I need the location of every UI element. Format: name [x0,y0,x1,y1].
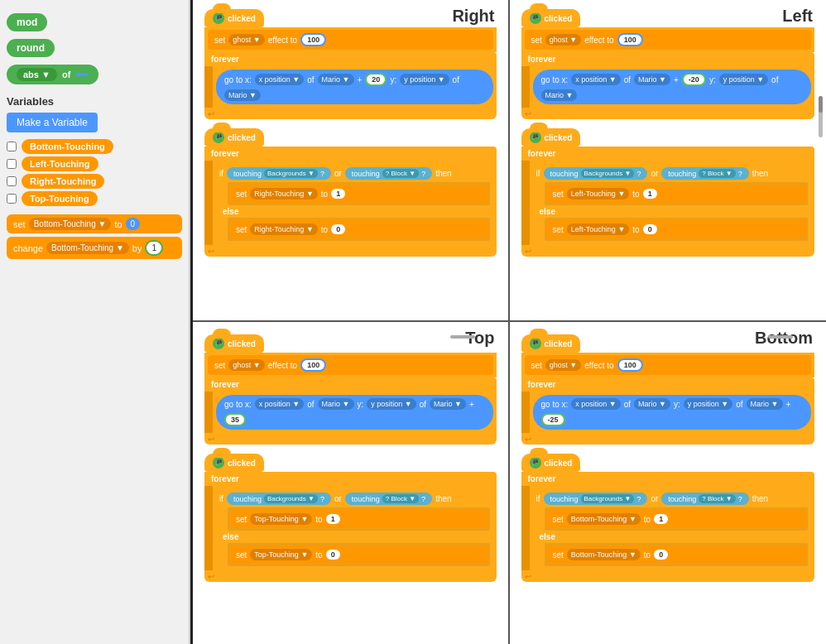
bottom-set-ghost-stmt[interactable]: set ghost ▼ effect to 100 [525,355,812,375]
left-x-pos-dd[interactable]: x position ▼ [571,74,620,85]
var-top-touching-checkbox[interactable] [7,194,17,204]
top-when-clicked-1[interactable]: 🏴 clicked [204,334,264,353]
block-dd-l[interactable]: ? Block ▼ [699,169,735,178]
left-mario-dd-1[interactable]: Mario ▼ [634,74,670,85]
right-set-rt-1[interactable]: set Right-Touching ▼ to 1 [229,185,488,203]
bottom-forever-header-1[interactable]: forever [521,377,815,392]
bt-dd-0[interactable]: Bottom-Touching ▼ [567,549,641,560]
top-ghost-dd[interactable]: ghost ▼ [228,359,264,371]
rt-dd-0[interactable]: Right-Touching ▼ [250,223,317,235]
top-set-tt-1[interactable]: set Top-Touching ▼ to 1 [229,510,488,528]
top-forever-header-1[interactable]: forever [204,377,497,392]
var-left-touching-checkbox[interactable] [7,159,17,169]
touching-cond-r[interactable]: touching Backgrounds ▼ ? [227,167,331,180]
top-set-ghost-stmt[interactable]: set ghost ▼ effect to 100 [208,355,493,375]
lt-dd-0[interactable]: Left-Touching ▼ [567,223,629,235]
backgrounds-dd-t[interactable]: Backgrounds ▼ [264,494,318,503]
top-ghost-value[interactable]: 100 [300,358,326,372]
bottom-when-clicked-2[interactable]: 🏴 clicked [521,454,581,472]
top-mario-dd-2[interactable]: Mario ▼ [430,398,466,410]
bottom-ghost-dd[interactable]: ghost ▼ [545,359,581,371]
mario-dd-2[interactable]: Mario ▼ [224,89,261,101]
bottom-ghost-value[interactable]: 100 [617,358,643,372]
tt-dd-0[interactable]: Top-Touching ▼ [250,549,312,560]
round-block[interactable]: round [7,39,55,57]
left-when-clicked-1[interactable]: 🏴 clicked [521,9,581,27]
change-value[interactable]: 1 [145,240,163,256]
set-value[interactable]: 0 [126,218,141,230]
rt-val-1[interactable]: 1 [331,189,345,199]
touching-block-cond-r[interactable]: touching ? Block ▼ ? [345,167,432,180]
set-var-dropdown[interactable]: Bottom-Touching ▼ [29,218,112,230]
top-when-clicked-2[interactable]: 🏴 clicked [204,454,264,472]
bt-val-0[interactable]: 0 [654,550,668,560]
change-bottom-touching-block[interactable]: change Bottom-Touching ▼ by 1 [7,237,182,259]
ghost-value[interactable]: 100 [300,33,326,46]
bottom-x-pos-dd[interactable]: x position ▼ [571,398,620,410]
block-dd-b[interactable]: ? Block ▼ [699,494,735,503]
top-y-pos-dd[interactable]: y position ▼ [367,398,415,410]
top-offset-val[interactable]: 35 [224,413,246,426]
left-ghost-dd[interactable]: ghost ▼ [545,34,581,46]
var-bottom-touching-checkbox[interactable] [7,142,17,151]
bottom-set-bt-0[interactable]: set Bottom-Touching ▼ to 0 [546,545,807,564]
abs-value[interactable] [75,73,89,76]
touching-cond-t[interactable]: touching Backgrounds ▼ ? [227,493,331,505]
left-set-lt-1[interactable]: set Left-Touching ▼ to 1 [546,185,807,203]
rt-dd-1[interactable]: Right-Touching ▼ [250,188,317,199]
touching-block-cond-b[interactable]: touching ? Block ▼ ? [661,493,748,505]
right-set-rt-0[interactable]: set Right-Touching ▼ to 0 [229,220,488,238]
rt-val-0[interactable]: 0 [331,224,345,234]
ghost-dd[interactable]: ghost ▼ [228,34,264,46]
lt-dd-1[interactable]: Left-Touching ▼ [567,188,629,199]
left-goto-stmt[interactable]: go to x: x position ▼ of Mario ▼ + -20 y… [533,70,812,104]
backgrounds-dd-l[interactable]: Backgrounds ▼ [581,169,635,178]
left-when-clicked-2[interactable]: 🏴 clicked [521,128,581,147]
left-offset-val[interactable]: -20 [682,73,706,86]
abs-dropdown[interactable]: abs ▼ [17,68,57,81]
right-when-clicked-2[interactable]: 🏴 clicked [204,128,264,147]
var-right-touching-checkbox[interactable] [7,176,17,186]
set-bottom-touching-block[interactable]: set Bottom-Touching ▼ to 0 [7,214,182,233]
top-forever-header-2[interactable]: forever [204,472,497,486]
bt-val-1[interactable]: 1 [654,514,668,524]
block-dd-t[interactable]: ? Block ▼ [382,494,419,503]
backgrounds-dd-b[interactable]: Backgrounds ▼ [581,494,635,503]
left-set-ghost-stmt[interactable]: set ghost ▼ effect to 100 [525,30,812,50]
touching-cond-l[interactable]: touching Backgrounds ▼ ? [544,167,648,180]
lt-val-0[interactable]: 0 [643,224,657,234]
y-pos-dd-1[interactable]: y position ▼ [400,74,449,85]
bottom-forever-header-2[interactable]: forever [521,472,815,486]
right-set-ghost-stmt[interactable]: set ghost ▼ effect to 100 [208,30,493,50]
bottom-y-pos-dd[interactable]: y position ▼ [684,398,732,410]
left-scrollbar[interactable] [819,96,823,137]
left-ghost-value[interactable]: 100 [617,33,643,46]
top-set-tt-0[interactable]: set Top-Touching ▼ to 0 [229,545,488,564]
top-x-pos-dd[interactable]: x position ▼ [255,398,304,410]
mod-block[interactable]: mod [7,13,47,31]
left-forever-header-1[interactable]: forever [521,52,815,66]
touching-block-cond-l[interactable]: touching ? Block ▼ ? [661,167,748,180]
right-forever-header-1[interactable]: forever [204,52,497,66]
bottom-set-bt-1[interactable]: set Bottom-Touching ▼ to 1 [546,510,807,528]
touching-cond-b[interactable]: touching Backgrounds ▼ ? [544,493,648,505]
left-y-pos-dd[interactable]: y position ▼ [719,74,768,85]
bt-dd-1[interactable]: Bottom-Touching ▼ [567,513,641,525]
backgrounds-dd-r[interactable]: Backgrounds ▼ [264,169,318,178]
top-goto-stmt[interactable]: go to x: x position ▼ of Mario ▼ y: y po… [216,395,493,430]
bottom-mario-dd-1[interactable]: Mario ▼ [634,398,670,410]
bottom-mario-dd-2[interactable]: Mario ▼ [747,398,783,410]
right-forever-header-2[interactable]: forever [204,147,497,161]
lt-val-1[interactable]: 1 [643,189,657,199]
right-when-clicked-1[interactable]: 🏴 clicked [204,9,264,27]
tt-val-1[interactable]: 1 [326,514,340,524]
bottom-offset-val[interactable]: -25 [541,413,565,426]
make-variable-button[interactable]: Make a Variable [7,113,98,132]
top-mario-dd-1[interactable]: Mario ▼ [318,398,354,410]
tt-val-0[interactable]: 0 [326,550,340,560]
x-pos-dd[interactable]: x position ▼ [255,74,304,85]
block-dd-r[interactable]: ? Block ▼ [382,169,419,178]
right-offset-val[interactable]: 20 [365,73,387,86]
bottom-when-clicked-1[interactable]: 🏴 clicked [521,334,581,353]
tt-dd-1[interactable]: Top-Touching ▼ [250,513,312,525]
